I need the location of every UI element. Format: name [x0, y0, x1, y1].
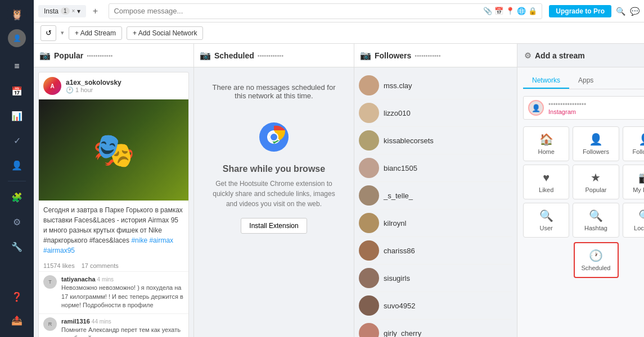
add-social-network-button[interactable]: + Add Social Network	[127, 26, 203, 40]
follower-item[interactable]: lizzo010	[359, 99, 512, 127]
tab-add-button[interactable]: +	[88, 4, 102, 18]
follower-username: chariss86	[384, 247, 415, 255]
follower-item[interactable]: _s_telle_	[359, 182, 512, 210]
follower-item[interactable]: kissablecorsets	[359, 127, 512, 154]
sidebar-item-settings[interactable]: ⚙	[6, 211, 28, 233]
calendar-icon[interactable]: 📅	[494, 7, 503, 15]
liked-tile-icon: ♥	[543, 171, 550, 184]
account-name: ••••••••••••••••	[548, 101, 644, 108]
sidebar-item-help[interactable]: ❓	[6, 285, 28, 308]
followers-column-header: 📷 Followers ••••••••••••	[354, 44, 517, 67]
chat-icon[interactable]: 💬	[630, 7, 640, 16]
web-icon[interactable]: 🌐	[517, 7, 526, 15]
post-image: 🎭	[39, 99, 188, 201]
popular-column-subtitle: ••••••••••••	[87, 52, 112, 59]
myposts-tile-icon: 📸	[638, 171, 644, 184]
chrome-promo: Share while you browse Get the Hootsuite…	[199, 111, 349, 245]
post-card: A a1ex_sokolovsky 🕐 1 hour 🎭	[38, 72, 189, 337]
stream-tile-popular[interactable]: ★ Popular	[573, 165, 619, 199]
gear-icon: ⚙	[524, 51, 532, 60]
account-selector[interactable]: 👤 •••••••••••••••• Instagram ▾	[523, 96, 644, 120]
post-hashtag-airmax95[interactable]: #airmax95	[43, 247, 75, 254]
sidebar-divider	[8, 181, 26, 181]
sidebar-item-upload[interactable]: 📤	[6, 309, 28, 331]
sidebar-item-assignments[interactable]: ✓	[6, 129, 28, 152]
compose-icons: 📎 📅 📍 🌐 🔒	[483, 7, 537, 15]
stream-tile-scheduled[interactable]: 🕐 Scheduled	[574, 242, 619, 278]
add-stream-header: ⚙ Add a stream −	[517, 44, 644, 67]
popular-column-body: A a1ex_sokolovsky 🕐 1 hour 🎭	[34, 67, 193, 337]
tab-networks[interactable]: Networks	[523, 73, 569, 89]
follower-avatar	[359, 323, 379, 337]
instagram-icon-2: 📷	[200, 50, 211, 61]
sidebar-item-contacts[interactable]: 👤	[6, 154, 28, 176]
sidebar-item-tools[interactable]: 🔧	[6, 235, 28, 258]
sidebar: 🦉 👤 ≡ 📅 📊 ✓ 👤 🧩 ⚙ 🔧 ❓ 📤	[0, 0, 34, 337]
follower-item[interactable]: kilroynl	[359, 210, 512, 237]
sidebar-item-analytics[interactable]: 📊	[6, 104, 28, 127]
stream-tile-following[interactable]: 👤 Following	[623, 126, 644, 161]
sidebar-item-publisher[interactable]: 📅	[6, 80, 28, 102]
search-icon[interactable]: 🔍	[616, 7, 625, 16]
followers-tile-icon: 👤	[589, 133, 603, 146]
sidebar-item-streams[interactable]: ≡	[6, 55, 28, 78]
follower-avatar	[359, 185, 379, 206]
followers-column: 📷 Followers •••••••••••• mss.clay lizzo0…	[354, 44, 517, 337]
popular-column-header: 📷 Popular ••••••••••••	[34, 44, 193, 67]
scheduled-column: 📷 Scheduled •••••••••••• There are no me…	[194, 44, 354, 337]
upgrade-button[interactable]: Upgrade to Pro	[549, 5, 611, 17]
app-logo: 🦉	[7, 4, 27, 25]
commenter-username-2: ramil1316	[61, 318, 90, 325]
home-tile-icon: 🏠	[539, 133, 553, 146]
post-stats: 11574 likes 17 comments	[39, 260, 188, 271]
myposts-tile-label: My Posts	[633, 186, 644, 193]
follower-item[interactable]: mss.clay	[359, 72, 512, 99]
follower-item[interactable]: chariss86	[359, 237, 512, 265]
avatar[interactable]: 👤	[8, 29, 26, 47]
comment-item: T tatiyanacha 4 mins Невозможно невозмож…	[39, 271, 188, 313]
clock-icon: 🕐	[66, 86, 74, 93]
sidebar-item-apps[interactable]: 🧩	[6, 186, 28, 208]
stream-tile-user[interactable]: 🔍 User	[523, 203, 569, 238]
stream-tile-location[interactable]: 🔍 Location	[623, 203, 644, 238]
follower-username: bianc1505	[384, 164, 417, 172]
following-tile-icon: 👤	[638, 133, 644, 146]
tab-close-icon[interactable]: ×	[72, 8, 75, 14]
scheduled-tile-icon: 🕐	[589, 249, 603, 262]
follower-item[interactable]: bianc1505	[359, 154, 512, 182]
user-tile-label: User	[540, 225, 553, 231]
post-hashtag-nike[interactable]: #nike	[131, 236, 147, 244]
refresh-button[interactable]: ↺	[40, 25, 56, 41]
scheduled-column-header: 📷 Scheduled ••••••••••••	[194, 44, 354, 67]
follower-avatar	[359, 158, 379, 178]
install-extension-button[interactable]: Install Extension	[241, 218, 307, 234]
post-hashtag-airmax[interactable]: #airmax	[149, 236, 173, 244]
follower-avatar	[359, 103, 379, 123]
tab-label: Insta	[44, 7, 58, 15]
attach-icon[interactable]: 📎	[483, 7, 492, 15]
follower-avatar	[359, 213, 379, 233]
follower-username: kissablecorsets	[384, 136, 434, 145]
add-stream-button[interactable]: + Add Stream	[69, 26, 122, 40]
compose-input[interactable]	[114, 7, 483, 15]
comment-time: 4 mins	[97, 276, 114, 283]
stream-tile-home[interactable]: 🏠 Home	[523, 126, 569, 161]
compose-area: 📎 📅 📍 🌐 🔒	[109, 3, 542, 19]
stream-tile-followers[interactable]: 👤 Followers	[573, 126, 619, 161]
follower-item[interactable]: girly_cherry	[359, 320, 512, 337]
followers-column-body: mss.clay lizzo010 kissablecorsets bianc1…	[354, 67, 517, 337]
stream-tile-hashtag[interactable]: 🔍 Hashtag	[573, 203, 619, 238]
tab-chevron-icon[interactable]: ▾	[77, 7, 80, 15]
location-icon[interactable]: 📍	[506, 7, 515, 15]
tab-apps[interactable]: Apps	[569, 73, 602, 89]
chevron-down-icon[interactable]: ▾	[61, 29, 64, 37]
tab-insta[interactable]: Insta 1 × ▾	[38, 5, 86, 17]
stream-tile-liked[interactable]: ♥ Liked	[523, 165, 569, 199]
scheduled-tile-label: Scheduled	[582, 265, 611, 271]
lock-icon[interactable]: 🔒	[528, 7, 537, 15]
commenter-avatar-2: R	[43, 317, 57, 331]
follower-item[interactable]: sisugirls	[359, 265, 512, 292]
home-tile-label: Home	[538, 148, 554, 155]
stream-tile-myposts[interactable]: 📸 My Posts	[623, 165, 644, 199]
follower-item[interactable]: suvo4952	[359, 292, 512, 320]
